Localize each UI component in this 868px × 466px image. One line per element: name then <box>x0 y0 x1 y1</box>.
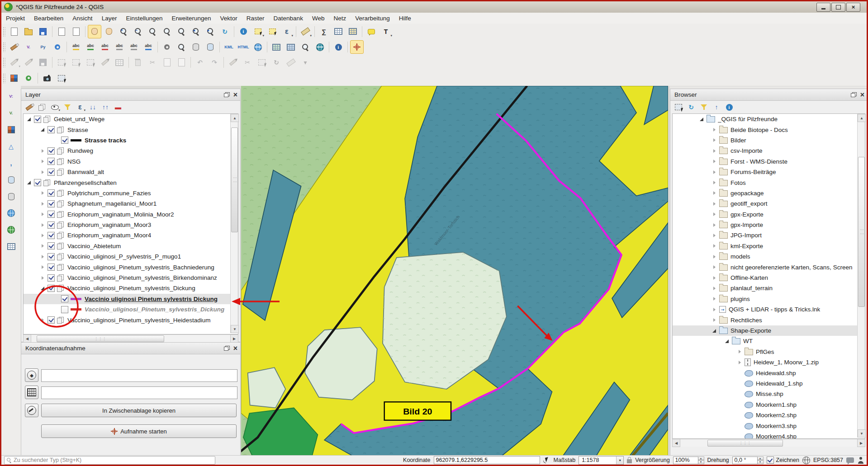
browser-tree-hscrollbar[interactable]: ◀ ⋮⋮⋮ ▶ <box>672 439 865 447</box>
tree-expander-icon[interactable] <box>711 296 718 301</box>
copy-features-icon[interactable] <box>160 56 174 69</box>
browser-tree-row[interactable]: PflGes <box>673 347 865 357</box>
reshape-features-icon[interactable] <box>226 56 240 69</box>
tree-expander-icon[interactable] <box>40 159 46 164</box>
layer-tree-row[interactable]: Eriophorum_vaginatum_Molinia_Moor2 <box>24 209 238 220</box>
change-label-icon[interactable]: abc <box>142 40 155 54</box>
browser-tree-row[interactable]: Shape-Exporte <box>673 325 865 336</box>
layer-visibility-checkbox[interactable] <box>47 253 55 260</box>
layer-tree-row[interactable]: Vaccinio_uliginosi_Pinetum_sylvestris_Di… <box>24 283 238 293</box>
db-manager-icon[interactable] <box>189 40 203 54</box>
tree-expander-icon[interactable] <box>711 233 718 238</box>
float-panel-icon[interactable] <box>224 92 230 97</box>
filter-browser-icon[interactable] <box>698 101 710 113</box>
browser-tree-row[interactable]: models <box>673 251 865 262</box>
highlight-pinned-labels-icon[interactable]: abc <box>84 40 97 54</box>
layer-visibility-checkbox[interactable] <box>47 232 55 239</box>
browser-tree-row[interactable]: Beide Biotope - Docs <box>673 124 865 135</box>
kml-tools-icon[interactable]: KML <box>222 40 236 54</box>
modify-attributes-icon[interactable] <box>113 56 126 69</box>
undo-icon[interactable]: ↶ <box>193 56 207 69</box>
tree-expander-icon[interactable] <box>711 286 718 291</box>
measure-line-icon[interactable]: ▾ <box>299 25 312 38</box>
tree-expander-icon[interactable] <box>40 169 46 175</box>
redo-icon[interactable]: ↷ <box>208 56 221 69</box>
chevron-down-icon[interactable]: ▼ <box>616 457 623 464</box>
add-line-feature-icon[interactable] <box>69 56 83 69</box>
layer-visibility-checkbox[interactable] <box>61 137 68 144</box>
remove-layer-icon[interactable]: ▬ <box>112 101 124 113</box>
browser-tree-row[interactable]: Heidew_1, Moorw_1.zip <box>673 357 865 367</box>
refresh-map-icon[interactable]: ↻ <box>218 25 232 38</box>
close-panel-icon[interactable]: × <box>233 92 237 98</box>
tree-expander-icon[interactable] <box>40 264 46 270</box>
layer-visibility-checkbox[interactable] <box>47 264 55 271</box>
tree-expander-icon[interactable] <box>40 127 46 132</box>
tree-expander-icon[interactable] <box>711 127 718 132</box>
tree-expander-icon[interactable] <box>711 307 718 312</box>
menu-einstellungen[interactable]: Einstellungen <box>121 13 167 24</box>
crs-selector-button[interactable] <box>25 368 38 382</box>
grid-coords-button[interactable] <box>25 386 38 399</box>
browser-tree-row[interactable]: nicht georeferenzierte Karten, Scans, Sc… <box>673 262 865 272</box>
tree-expander-icon[interactable] <box>40 222 46 228</box>
add-mesh-layer-icon[interactable]: △ <box>5 140 18 153</box>
identify-features-icon[interactable]: i <box>237 25 250 38</box>
menu-ansicht[interactable]: Ansicht <box>68 13 97 24</box>
processing-model-icon[interactable] <box>22 71 35 85</box>
locator-search-box[interactable]: Zu suchender Typ (Strg+K) <box>4 456 215 465</box>
zoom-last-icon[interactable]: ◂ <box>189 25 203 38</box>
zoom-in-icon[interactable]: + <box>117 25 130 38</box>
browser-tree-row[interactable]: Forst - WMS-Dienste <box>673 156 865 167</box>
close-button[interactable]: × <box>846 3 860 12</box>
crs-globe-icon[interactable] <box>802 457 810 464</box>
menu-raster[interactable]: Raster <box>242 13 269 24</box>
browser-tree-row[interactable]: Moorkern3.shp <box>673 420 865 431</box>
coordinate-input[interactable]: 962079.1,6229295.5 <box>434 456 540 464</box>
move-label-icon[interactable]: abc <box>113 40 126 54</box>
tree-expander-icon[interactable] <box>699 117 705 122</box>
browser-tree-row[interactable]: JPG-Import <box>673 230 865 240</box>
track-mouse-button[interactable] <box>25 404 38 417</box>
tree-expander-icon[interactable] <box>40 275 46 281</box>
layer-visibility-checkbox[interactable] <box>47 285 55 292</box>
menu-bearbeiten[interactable]: Bearbeiten <box>29 13 68 24</box>
add-point-feature-icon[interactable] <box>55 56 68 69</box>
open-project-icon[interactable] <box>22 25 35 38</box>
magnifier-spinner[interactable]: 100% ▲▼ <box>673 457 704 464</box>
tree-expander-icon[interactable] <box>711 201 718 207</box>
menu-web[interactable]: Web <box>308 13 329 24</box>
layer-tree-row[interactable]: Vaccinio_uliginosi_Pinetum_sylvestris_Bi… <box>24 273 238 283</box>
map-screenshot-icon[interactable] <box>55 71 68 85</box>
add-delimited-text-layer-icon[interactable]: , <box>5 156 18 170</box>
zoom-to-selection-icon[interactable] <box>160 25 174 38</box>
add-polygon-feature-icon[interactable] <box>84 56 97 69</box>
maximize-button[interactable] <box>831 3 845 12</box>
layer-tree-row[interactable]: Vaccinio_uliginosi_Pinetum_sylvestris_Di… <box>24 304 238 315</box>
show-hide-labels-icon[interactable]: abc <box>98 40 112 54</box>
tree-expander-icon[interactable] <box>711 243 718 249</box>
browser-tree-row[interactable]: Rechtliches <box>673 315 865 325</box>
plugin-manager-icon[interactable] <box>51 40 64 54</box>
select-features-icon[interactable]: ▾ <box>251 25 265 38</box>
tree-expander-icon[interactable] <box>40 286 46 291</box>
add-raster-layer-icon[interactable] <box>5 123 18 137</box>
collapse-all-icon[interactable]: ↑ <box>711 101 722 113</box>
close-panel-icon[interactable]: × <box>860 92 864 98</box>
deselect-features-icon[interactable] <box>266 25 279 38</box>
menu-layer[interactable]: Layer <box>97 13 122 24</box>
coordinate-capture-icon[interactable] <box>350 40 364 54</box>
layer-visibility-checkbox[interactable] <box>47 158 55 165</box>
show-properties-icon[interactable]: i <box>723 101 735 113</box>
coordinate-field-crs[interactable] <box>41 369 237 382</box>
browser-tree-vscrollbar[interactable]: ▲ ⋮⋮ ▼ <box>857 114 865 438</box>
layer-visibility-checkbox[interactable] <box>47 211 55 218</box>
style-manager-icon[interactable] <box>7 40 21 54</box>
rotate-label-icon[interactable]: abc <box>127 40 141 54</box>
layer-tree-row[interactable]: Bannwald_alt <box>24 167 238 177</box>
layer-tree-row[interactable]: Vaccinio_uliginosi_Pinetum_sylvestris_Ba… <box>24 262 238 272</box>
browser-tree-row[interactable]: _QGIS für Pilzfreunde <box>673 114 865 124</box>
tasks-icon[interactable] <box>857 457 864 464</box>
tree-expander-icon[interactable] <box>737 360 743 365</box>
tree-expander-icon[interactable] <box>40 212 46 217</box>
